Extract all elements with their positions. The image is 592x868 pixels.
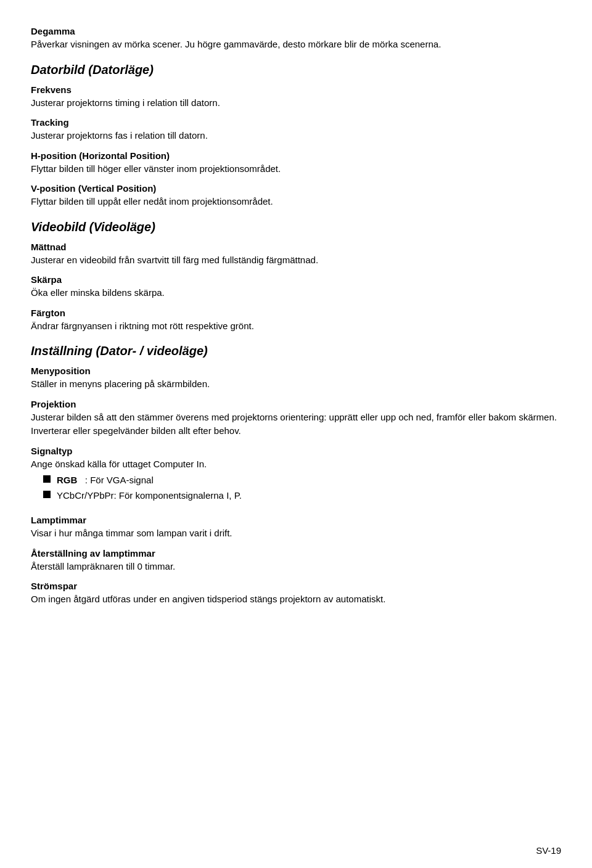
frekvens-description: Justerar projektorns timing i relation t… xyxy=(31,96,561,110)
lamptimmar-section: Lamptimmar Visar i hur många timmar som … xyxy=(31,515,561,541)
installning-heading: Inställning (Dator- / videoläge) xyxy=(31,344,561,358)
fargton-section: Färgton Ändrar färgnyansen i riktning mo… xyxy=(31,308,561,334)
signaltyp-description: Ange önskad källa för uttaget Computer I… xyxy=(31,457,561,472)
degamma-section: Degamma Påverkar visningen av mörka scen… xyxy=(31,26,561,52)
ycbcr-label: YCbCr/YPbPr: För komponentsignalerna I, … xyxy=(57,489,242,503)
h-position-description: Flyttar bilden till höger eller vänster … xyxy=(31,162,561,176)
mattnad-section: Mättnad Justerar en videobild från svart… xyxy=(31,242,561,268)
videobild-heading: Videobild (Videoläge) xyxy=(31,220,561,234)
projektion-term: Projektion xyxy=(31,399,561,409)
v-position-section: V-position (Vertical Position) Flyttar b… xyxy=(31,183,561,209)
stromspar-section: Strömspar Om ingen åtgärd utföras under … xyxy=(31,581,561,607)
h-position-section: H-position (Horizontal Position) Flyttar… xyxy=(31,150,561,176)
stromspar-term: Strömspar xyxy=(31,581,561,591)
aterstallning-description: Återställ lampräknaren till 0 timmar. xyxy=(31,560,561,574)
v-position-description: Flyttar bilden till uppåt eller nedåt in… xyxy=(31,195,561,209)
menyposition-description: Ställer in menyns placering på skärmbild… xyxy=(31,377,561,391)
rgb-label: RGB : För VGA-signal xyxy=(57,473,154,488)
signaltyp-section: Signaltyp Ange önskad källa för uttaget … xyxy=(31,446,561,503)
page-number: SV-19 xyxy=(536,845,561,856)
datorbild-heading: Datorbild (Datorläge) xyxy=(31,63,561,77)
videobild-heading-section: Videobild (Videoläge) xyxy=(31,220,561,234)
fargton-term: Färgton xyxy=(31,308,561,318)
signaltyp-bullets: RGB : För VGA-signal YCbCr/YPbPr: För ko… xyxy=(43,473,561,502)
projektion-section: Projektion Justerar bilden så att den st… xyxy=(31,399,561,438)
mattnad-description: Justerar en videobild från svartvitt til… xyxy=(31,253,561,268)
menyposition-term: Menyposition xyxy=(31,366,561,376)
list-item: RGB : För VGA-signal xyxy=(43,473,561,488)
menyposition-section: Menyposition Ställer in menyns placering… xyxy=(31,366,561,391)
bullet-icon xyxy=(43,491,51,498)
bullet-icon xyxy=(43,475,51,483)
aterstallning-section: Återställning av lamptimmar Återställ la… xyxy=(31,548,561,574)
v-position-term: V-position (Vertical Position) xyxy=(31,183,561,194)
frekvens-section: Frekvens Justerar projektorns timing i r… xyxy=(31,84,561,110)
list-item: YCbCr/YPbPr: För komponentsignalerna I, … xyxy=(43,489,561,503)
signaltyp-term: Signaltyp xyxy=(31,446,561,456)
degamma-term: Degamma xyxy=(31,26,561,36)
skarpa-section: Skärpa Öka eller minska bildens skärpa. xyxy=(31,274,561,300)
lamptimmar-term: Lamptimmar xyxy=(31,515,561,525)
tracking-description: Justerar projektorns fas i relation till… xyxy=(31,129,561,143)
h-position-term: H-position (Horizontal Position) xyxy=(31,150,561,161)
tracking-section: Tracking Justerar projektorns fas i rela… xyxy=(31,117,561,143)
mattnad-term: Mättnad xyxy=(31,242,561,252)
datorbild-heading-section: Datorbild (Datorläge) xyxy=(31,63,561,77)
skarpa-description: Öka eller minska bildens skärpa. xyxy=(31,286,561,300)
lamptimmar-description: Visar i hur många timmar som lampan vari… xyxy=(31,526,561,541)
frekvens-term: Frekvens xyxy=(31,84,561,95)
tracking-term: Tracking xyxy=(31,117,561,128)
degamma-description: Påverkar visningen av mörka scener. Ju h… xyxy=(31,38,561,52)
aterstallning-term: Återställning av lamptimmar xyxy=(31,548,561,559)
installning-heading-section: Inställning (Dator- / videoläge) xyxy=(31,344,561,358)
skarpa-term: Skärpa xyxy=(31,274,561,285)
projektion-description: Justerar bilden så att den stämmer övere… xyxy=(31,411,561,438)
stromspar-description: Om ingen åtgärd utföras under en angiven… xyxy=(31,592,561,607)
fargton-description: Ändrar färgnyansen i riktning mot rött r… xyxy=(31,319,561,334)
